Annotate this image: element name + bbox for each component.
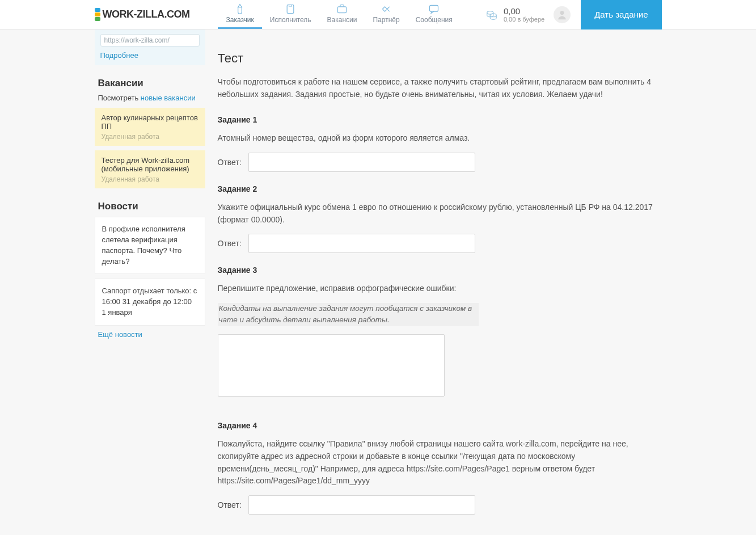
logo-icon [95, 8, 100, 21]
new-vacancies-link[interactable]: новые вакансии [141, 94, 196, 102]
news-item[interactable]: В профиле исполнителя слетела верификаци… [95, 217, 205, 274]
more-link[interactable]: Подробнее [100, 51, 200, 60]
user-icon [556, 9, 568, 20]
promo-box: https://work-zilla.com/ Подробнее [95, 30, 205, 65]
chat-icon [427, 3, 441, 15]
clipboard-icon [284, 3, 297, 15]
task-3-answer-textarea[interactable] [218, 334, 445, 397]
topbar: WORK-ZILLA.COM Заказчик Исполнитель Вака… [0, 0, 756, 30]
answer-label: Ответ: [218, 239, 242, 248]
logo-text: WORK-ZILLA.COM [103, 9, 190, 20]
avatar[interactable] [554, 6, 571, 23]
answer-label: Ответ: [218, 158, 242, 167]
svg-point-5 [560, 11, 564, 15]
task-1-question: Атомный номер вещества, одной из форм ко… [218, 132, 657, 145]
vacancies-see: Посмотреть новые вакансии [98, 94, 205, 102]
main-nav: Заказчик Исполнитель Вакансии Партнёр Со… [218, 0, 460, 29]
svg-rect-1 [337, 7, 346, 13]
coins-icon [485, 9, 498, 21]
task-4-title: Задание 4 [218, 421, 657, 430]
task-3-title: Задание 3 [218, 266, 657, 275]
answer-label: Ответ: [218, 500, 242, 509]
handshake-icon [379, 3, 393, 15]
nav-partner[interactable]: Партнёр [365, 0, 407, 29]
logo[interactable]: WORK-ZILLA.COM [95, 8, 190, 21]
balance-sub: 0,00 в буфере [504, 16, 544, 23]
balance-amount: 0,00 [504, 6, 544, 16]
nav-performer[interactable]: Исполнитель [262, 0, 319, 29]
svg-rect-2 [430, 5, 438, 11]
task-4-answer-input[interactable] [248, 495, 475, 515]
intro-text: Чтобы подготовиться к работе на нашем се… [218, 76, 657, 100]
news-heading: Новости [98, 201, 205, 212]
nav-vacancies[interactable]: Вакансии [319, 0, 365, 29]
tag-icon [233, 3, 247, 15]
nav-messages[interactable]: Сообщения [408, 0, 461, 29]
promo-url: https://work-zilla.com/ [100, 34, 200, 47]
nav-customer[interactable]: Заказчик [218, 0, 261, 29]
page-title: Тест [218, 51, 657, 66]
task-1-answer-input[interactable] [248, 153, 475, 172]
task-2-title: Задание 2 [218, 184, 657, 193]
task-3-quote: Кондидаты на выпалнение задания могут по… [218, 303, 479, 326]
task-2-question: Укажите официальный курс обмена 1 евро п… [218, 201, 657, 226]
vacancies-heading: Вакансии [98, 78, 205, 89]
more-news-link[interactable]: Ещё новости [98, 330, 205, 339]
create-task-button[interactable]: Дать задание [581, 0, 661, 30]
news-item[interactable]: Саппорт отдыхает только: с 16:00 31 дека… [95, 279, 205, 326]
task-2-answer-input[interactable] [248, 234, 475, 253]
main-content: Тест Чтобы подготовиться к работе на наш… [205, 30, 662, 535]
balance[interactable]: 0,00 0,00 в буфере [485, 6, 544, 23]
task-3-question: Перепишите предложение, исправив орфогра… [218, 283, 657, 295]
task-4-question: Пожалуйста, найдите ссылку "Правила" вни… [218, 438, 657, 487]
task-1-title: Задание 1 [218, 115, 657, 124]
sidebar: https://work-zilla.com/ Подробнее Ваканс… [95, 30, 205, 535]
vacancy-card[interactable]: Автор кулинарных рецептов ПП Удаленная р… [95, 108, 205, 146]
vacancy-card[interactable]: Тестер для Work-zilla.com (мобильные при… [95, 150, 205, 188]
briefcase-icon [335, 3, 349, 15]
